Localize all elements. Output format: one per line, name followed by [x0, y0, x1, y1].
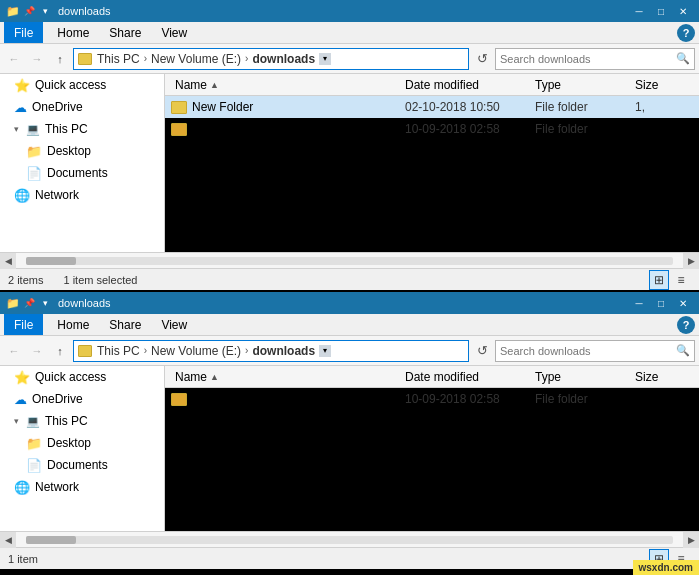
- sidebar-item-desktop-after[interactable]: 📁 Desktop: [0, 432, 164, 454]
- menu-file-after[interactable]: File: [4, 314, 43, 335]
- sidebar-item-documents-after[interactable]: 📄 Documents: [0, 454, 164, 476]
- col-header-name-after[interactable]: Name ▲: [165, 370, 405, 384]
- thispc-icon: 💻: [26, 123, 40, 136]
- breadcrumb-after[interactable]: This PC › New Volume (E:) › downloads ▾: [73, 340, 469, 362]
- title-icon-a3: ▾: [38, 296, 52, 310]
- menu-home-after[interactable]: Home: [47, 314, 99, 335]
- maximize-button-after[interactable]: □: [651, 295, 671, 311]
- status-count-before: 2 items: [8, 274, 43, 286]
- view-list-btn-before[interactable]: ≡: [671, 270, 691, 290]
- breadcrumb-before[interactable]: This PC › New Volume (E:) › downloads ▾: [73, 48, 469, 70]
- col-header-type-before[interactable]: Type: [535, 78, 635, 92]
- thispc-chevron-before: ▾: [14, 124, 19, 134]
- menu-share-after[interactable]: Share: [99, 314, 151, 335]
- sidebar-item-thispc-after[interactable]: ▾ 💻 This PC: [0, 410, 164, 432]
- col-header-size-after[interactable]: Size: [635, 370, 699, 384]
- sidebar-item-onedrive-after[interactable]: ☁ OneDrive: [0, 388, 164, 410]
- up-button-before[interactable]: ↑: [50, 48, 70, 70]
- sidebar-item-network-after[interactable]: 🌐 Network: [0, 476, 164, 498]
- menu-bar-before: File Home Share View ?: [0, 22, 699, 44]
- window-after: 📁 📌 ▾ downloads ─ □ ✕ File Home Share Vi…: [0, 292, 699, 569]
- sidebar-item-documents-before[interactable]: 📄 Documents: [0, 162, 164, 184]
- breadcrumb-folder-icon: [78, 53, 92, 65]
- col-header-date-before[interactable]: Date modified: [405, 78, 535, 92]
- refresh-button-before[interactable]: ↺: [472, 48, 492, 70]
- file-row-old-after[interactable]: OLD 10-09-2018 02:58 File folder: [165, 388, 699, 410]
- back-button-after[interactable]: ←: [4, 340, 24, 362]
- scrollbar-track-before[interactable]: [26, 257, 673, 265]
- close-button-before[interactable]: ✕: [673, 3, 693, 19]
- col-header-size-before[interactable]: Size: [635, 78, 699, 92]
- scroll-right-before[interactable]: ▶: [683, 253, 699, 269]
- sidebar-before: ⭐ Quick access ☁ OneDrive ▾ 💻 This PC 📁 …: [0, 74, 165, 252]
- search-box-after[interactable]: 🔍: [495, 340, 695, 362]
- close-button-after[interactable]: ✕: [673, 295, 693, 311]
- minimize-button-before[interactable]: ─: [629, 3, 649, 19]
- status-bar-after: 1 item ⊞ ≡: [0, 547, 699, 569]
- view-tiles-btn-before[interactable]: ⊞: [649, 270, 669, 290]
- status-count-after: 1 item: [8, 553, 38, 565]
- menu-home-before[interactable]: Home: [47, 22, 99, 43]
- forward-button-before[interactable]: →: [27, 48, 47, 70]
- scroll-left-before[interactable]: ◀: [0, 253, 16, 269]
- address-bar-before: ← → ↑ This PC › New Volume (E:) › downlo…: [0, 44, 699, 74]
- sidebar-item-onedrive-before[interactable]: ☁ OneDrive: [0, 96, 164, 118]
- file-name-newfolder: New Folder: [192, 100, 253, 114]
- scrollbar-before[interactable]: ◀ ▶: [0, 252, 699, 268]
- col-header-name-before[interactable]: Name ▲: [165, 78, 405, 92]
- scrollbar-track-after[interactable]: [26, 536, 673, 544]
- sidebar-item-quickaccess-before[interactable]: ⭐ Quick access: [0, 74, 164, 96]
- file-list-spacer-after: [165, 410, 699, 531]
- title-icon-a1: 📁: [6, 296, 20, 310]
- file-list-after: Name ▲ Date modified Type Size OLD 10-09…: [165, 366, 699, 531]
- documents-icon-after: 📄: [26, 458, 42, 473]
- window-controls-after: ─ □ ✕: [629, 295, 693, 311]
- sidebar-thispc-label: This PC: [45, 122, 88, 136]
- refresh-button-after[interactable]: ↺: [472, 340, 492, 362]
- help-button-after[interactable]: ?: [677, 316, 695, 334]
- scroll-right-after[interactable]: ▶: [683, 532, 699, 548]
- sidebar-item-quickaccess-after[interactable]: ⭐ Quick access: [0, 366, 164, 388]
- sidebar-onedrive-label: OneDrive: [32, 100, 83, 114]
- minimize-button-after[interactable]: ─: [629, 295, 649, 311]
- maximize-button-before[interactable]: □: [651, 3, 671, 19]
- sidebar-network-label-before: Network: [35, 188, 79, 202]
- sidebar-item-desktop-before[interactable]: 📁 Desktop: [0, 140, 164, 162]
- back-button-before[interactable]: ←: [4, 48, 24, 70]
- sidebar-item-thispc-before[interactable]: ▾ 💻 This PC: [0, 118, 164, 140]
- breadcrumb-expand-before[interactable]: ▾: [319, 53, 331, 65]
- file-list-spacer-before: [165, 140, 699, 252]
- help-button-before[interactable]: ?: [677, 24, 695, 42]
- quick-access-icon: ⭐: [14, 78, 30, 93]
- col-header-date-after[interactable]: Date modified: [405, 370, 535, 384]
- file-list-header-after: Name ▲ Date modified Type Size: [165, 366, 699, 388]
- menu-share-before[interactable]: Share: [99, 22, 151, 43]
- title-icon-a2: 📌: [22, 296, 36, 310]
- thispc-icon-after: 💻: [26, 415, 40, 428]
- breadcrumb-folder-icon-after: [78, 345, 92, 357]
- scrollbar-after[interactable]: ◀ ▶: [0, 531, 699, 547]
- desktop-icon: 📁: [26, 144, 42, 159]
- search-input-after[interactable]: [500, 345, 676, 357]
- scroll-left-after[interactable]: ◀: [0, 532, 16, 548]
- search-box-before[interactable]: 🔍: [495, 48, 695, 70]
- col-header-type-after[interactable]: Type: [535, 370, 635, 384]
- breadcrumb-expand-after[interactable]: ▾: [319, 345, 331, 357]
- menu-view-before[interactable]: View: [151, 22, 197, 43]
- file-type-newfolder: File folder: [535, 100, 635, 114]
- up-button-after[interactable]: ↑: [50, 340, 70, 362]
- network-icon-before: 🌐: [14, 188, 30, 203]
- search-input-before[interactable]: [500, 53, 676, 65]
- file-icon-newfolder: [171, 101, 187, 114]
- search-icon-after: 🔍: [676, 344, 690, 357]
- forward-button-after[interactable]: →: [27, 340, 47, 362]
- file-row-newfolder[interactable]: New Folder 02-10-2018 10:50 File folder …: [165, 96, 699, 118]
- file-name-cell-old-before: OLD: [165, 122, 405, 136]
- menu-view-after[interactable]: View: [151, 314, 197, 335]
- file-icon-old-after: [171, 393, 187, 406]
- main-area-before: ⭐ Quick access ☁ OneDrive ▾ 💻 This PC 📁 …: [0, 74, 699, 252]
- breadcrumb-newvolume: New Volume (E:): [151, 52, 241, 66]
- file-row-old-before[interactable]: OLD 10-09-2018 02:58 File folder: [165, 118, 699, 140]
- menu-file-before[interactable]: File: [4, 22, 43, 43]
- sidebar-item-network-before[interactable]: 🌐 Network: [0, 184, 164, 206]
